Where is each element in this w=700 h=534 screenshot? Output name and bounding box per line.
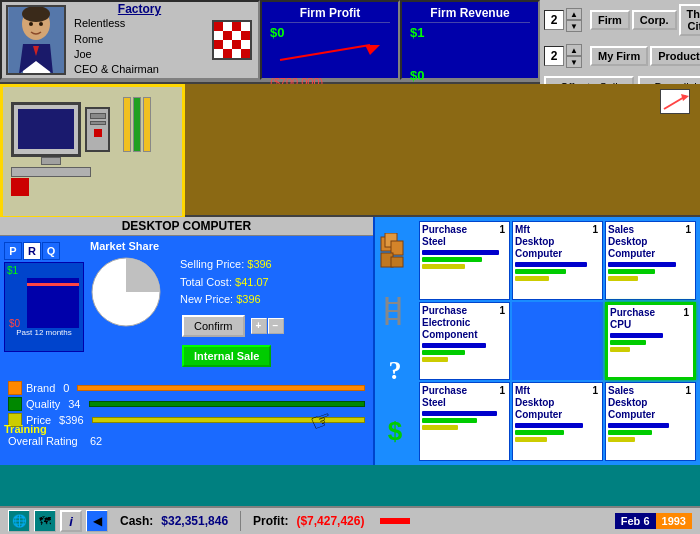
counter-1-down[interactable]: ▼	[566, 20, 582, 32]
counter-block-1: 2 ▲ ▼	[540, 0, 586, 40]
svg-point-2	[22, 6, 50, 22]
tower	[85, 107, 110, 152]
firm-revenue-zero: $0	[410, 68, 530, 83]
selling-price-value: $396	[247, 258, 271, 270]
nav-this-city-button[interactable]: This City	[679, 4, 700, 36]
firm-revenue-value: $1	[410, 25, 530, 40]
pencil-2	[133, 97, 141, 152]
activity-box-8[interactable]: 1 SalesDesktopComputer	[605, 382, 696, 461]
map-icon[interactable]: 🗺	[34, 510, 56, 532]
info-icon[interactable]: i	[60, 510, 82, 532]
pencils	[123, 97, 151, 152]
activity-box-2[interactable]: 1 SalesDesktopComputer	[605, 221, 696, 300]
counter-1-up[interactable]: ▲	[566, 8, 582, 20]
monitor-screen	[18, 109, 74, 149]
prog-bar-5-3	[610, 347, 630, 352]
activity-box-7[interactable]: 1 MftDesktopComputer	[512, 382, 603, 461]
activity-box-3[interactable]: 1 PurchaseElectronicComponent	[419, 302, 510, 381]
product-display	[0, 84, 185, 219]
prq-section: P R Q $1 $0 Past 12 months Market	[0, 236, 373, 373]
pencil-3	[143, 97, 151, 152]
boxes-icon[interactable]	[377, 233, 413, 269]
disk-drive-2	[90, 121, 106, 125]
nav-product-button[interactable]: Product	[650, 46, 700, 66]
firm-profit-value: $0	[270, 25, 390, 40]
factory-logo	[209, 18, 254, 63]
prog-bar-5-2	[610, 340, 646, 345]
prog-bar-3-3	[422, 357, 448, 362]
confirm-button[interactable]: Confirm	[182, 315, 245, 337]
prog-bar-2-1	[608, 262, 676, 267]
progress-bars-1	[515, 262, 600, 281]
factory-title: Factory	[74, 2, 205, 16]
right-nav-panel: 2 ▲ ▼ Firm Corp. This City 2 ▲ ▼	[540, 0, 700, 80]
plus-btn[interactable]: +	[251, 318, 267, 334]
activity-box-5-cpu[interactable]: 1 PurchaseCPU	[605, 302, 696, 381]
person-city: Rome	[74, 32, 205, 47]
trend-chart	[661, 91, 689, 113]
question-icon[interactable]: ?	[377, 353, 413, 389]
selling-price-row: Selling Price: $396	[180, 256, 284, 274]
internal-sale-button[interactable]: Internal Sale	[182, 345, 271, 367]
selling-info: Selling Price: $396 Total Cost: $41.07 N…	[180, 256, 284, 369]
counter-2-down[interactable]: ▼	[566, 56, 582, 68]
red-block	[11, 178, 29, 196]
globe-icon[interactable]: 🌐	[8, 510, 30, 532]
activity-box-0[interactable]: 1 PurchaseSteel	[419, 221, 510, 300]
factory-info: Factory Relentless Rome Joe CEO & Chairm…	[74, 2, 205, 78]
year-display: 1993	[656, 513, 692, 529]
middle-section	[0, 82, 700, 217]
top-bar: Factory Relentless Rome Joe CEO & Chairm…	[0, 0, 700, 82]
brand-row: Brand 0	[8, 381, 365, 395]
svg-marker-7	[365, 45, 380, 55]
pie-chart	[90, 256, 162, 328]
overall-label: Overall Rating	[8, 435, 78, 447]
svg-point-3	[29, 22, 33, 26]
training-label: Training	[4, 423, 694, 435]
cash-value: $32,351,846	[161, 514, 228, 528]
prog-bar-3-1	[422, 343, 486, 348]
bottom-section: DESKTOP COMPUTER P R Q $1 $0 P	[0, 217, 700, 465]
prog-bar-2-2	[608, 269, 655, 274]
counter-1-arrows[interactable]: ▲ ▼	[566, 8, 582, 32]
tools-icon[interactable]	[377, 293, 413, 329]
new-price-row: New Price: $396	[180, 291, 284, 309]
counter-2-arrows[interactable]: ▲ ▼	[566, 44, 582, 68]
brand-bar	[77, 385, 365, 391]
prq-r-tab[interactable]: R	[23, 242, 41, 260]
prog-bar-0-3	[422, 264, 465, 269]
nav-my-firm-button[interactable]: My Firm	[590, 46, 648, 66]
nav-corp-button[interactable]: Corp.	[632, 10, 677, 30]
prq-p-tab[interactable]: P	[4, 242, 22, 260]
activity-box-6[interactable]: 1 PurchaseSteel	[419, 382, 510, 461]
profit-chart-svg	[270, 40, 390, 76]
prog-bar-0-2	[422, 257, 482, 262]
prog-bar-7-3	[515, 437, 547, 442]
prog-bar-2-3	[608, 276, 638, 281]
prog-bar-1-3	[515, 276, 549, 281]
activity-box-1[interactable]: 1 MftDesktopComputer	[512, 221, 603, 300]
profit-line-bar	[27, 283, 79, 286]
quality-label: Quality	[26, 398, 60, 410]
counter-2-up[interactable]: ▲	[566, 44, 582, 56]
pencil-1	[123, 97, 131, 152]
new-price-label: New Price:	[180, 293, 233, 305]
power-light	[94, 129, 102, 137]
minus-btn[interactable]: −	[268, 318, 284, 334]
cash-label: Cash:	[120, 514, 153, 528]
separator-1	[240, 511, 241, 531]
progress-bars-3	[422, 343, 507, 362]
nav-firm-button[interactable]: Firm	[590, 10, 630, 30]
monitor-group	[11, 102, 91, 177]
progress-bars-5	[610, 333, 691, 352]
person-svg	[9, 6, 64, 74]
back-icon[interactable]: ◀	[86, 510, 108, 532]
brand-label: Brand	[26, 382, 55, 394]
svg-line-6	[280, 45, 370, 60]
firm-profit-title: Firm Profit	[270, 6, 390, 23]
prq-q-tab[interactable]: Q	[42, 242, 60, 260]
room-area	[185, 84, 700, 215]
firm-revenue-panel: Firm Revenue $1 $0 Past 12 months	[400, 0, 540, 80]
date-display: Feb 6	[615, 513, 656, 529]
total-cost-value: $41.07	[235, 276, 269, 288]
